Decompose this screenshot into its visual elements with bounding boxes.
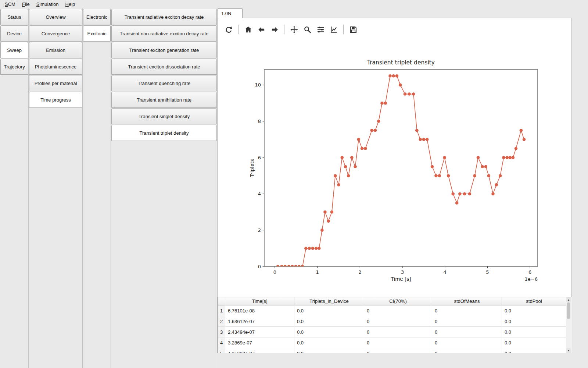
table-cell[interactable]: 6.76101e-08	[225, 305, 294, 316]
data-point	[508, 156, 512, 159]
data-point	[443, 156, 446, 159]
scroll-down-button[interactable]: ▼	[566, 348, 571, 353]
table-cell[interactable]: 1.63612e-07	[225, 316, 294, 327]
data-point	[344, 165, 347, 169]
nav-tab-photoluminescence[interactable]: Photoluminescence	[29, 59, 82, 75]
nav-tab-transient-triplet-density[interactable]: Transient triplet density	[111, 125, 217, 141]
table-cell[interactable]: 0	[364, 327, 432, 337]
subplots-button[interactable]	[315, 24, 326, 35]
table-cell[interactable]: 0.0	[294, 305, 364, 316]
data-point	[514, 147, 518, 150]
column-header[interactable]: Time[s]	[225, 297, 294, 305]
nav-tab-transient-radiative-exciton-decay-rate[interactable]: Transient radiative exciton decay rate	[111, 9, 217, 25]
nav-tab-time-progress[interactable]: Time progress	[29, 92, 82, 108]
table-cell[interactable]: 0.0	[294, 348, 364, 353]
nav-tab-convergence[interactable]: Convergence	[29, 25, 82, 42]
scrollbar-thumb[interactable]	[567, 302, 570, 319]
row-header[interactable]: 1	[218, 305, 225, 316]
nav-tab-overview[interactable]: Overview	[29, 9, 82, 25]
table-cell[interactable]: 0	[432, 327, 502, 337]
nav-tab-emission[interactable]: Emission	[29, 42, 82, 58]
plot-tab[interactable]: 1.0N	[218, 8, 243, 18]
data-point	[426, 138, 429, 141]
table-cell[interactable]: 4.15602e-07	[225, 348, 294, 353]
back-button[interactable]	[255, 24, 267, 35]
column-header[interactable]: stdOfMeans	[432, 297, 502, 305]
data-point	[419, 138, 422, 141]
y-axis-label: Triplets	[249, 159, 255, 177]
nav-tab-excitonic[interactable]: Excitonic	[83, 25, 111, 42]
table-cell[interactable]: 0	[364, 337, 432, 348]
data-point	[399, 84, 402, 87]
nav-tab-transient-annihilation-rate[interactable]: Transient annihilation rate	[111, 92, 217, 108]
nav-tab-transient-non-radiative-exciton-decay-rate[interactable]: Transient non-radiative exciton decay ra…	[111, 25, 217, 42]
data-point	[320, 229, 324, 232]
data-point	[458, 192, 462, 195]
column-header[interactable]: stdPool	[502, 297, 566, 305]
table-cell[interactable]: 3.2869e-07	[225, 337, 294, 348]
data-point	[291, 265, 294, 268]
table-cell[interactable]: 0	[432, 348, 502, 353]
table-cell[interactable]: 0.0	[502, 348, 566, 353]
data-point	[304, 247, 308, 250]
menu-simulation[interactable]: Simulation	[33, 1, 62, 8]
table-cell[interactable]: 0.0	[294, 327, 364, 337]
table-cell[interactable]: 0	[364, 305, 432, 316]
table-cell[interactable]: 0.0	[502, 305, 566, 316]
table-cell[interactable]: 0.0	[502, 327, 566, 337]
menu-scm[interactable]: SCM	[1, 1, 19, 8]
table-scrollbar[interactable]: ▲ ▼	[566, 297, 571, 353]
data-point	[422, 138, 426, 141]
data-point	[523, 138, 526, 141]
nav-col-1: StatusDeviceSweepTrajectory	[0, 8, 29, 368]
table-corner	[218, 297, 225, 305]
nav-tab-transient-singlet-density[interactable]: Transient singlet density	[111, 108, 217, 124]
home-button[interactable]	[242, 24, 254, 35]
table-cell[interactable]: 0	[364, 316, 432, 327]
customize-button[interactable]	[328, 24, 340, 35]
x-axis-label: Time [s]	[391, 276, 411, 282]
nav-tab-transient-exciton-generation-rate[interactable]: Transient exciton generation rate	[111, 42, 217, 58]
data-point	[350, 156, 354, 159]
zoom-button[interactable]	[301, 24, 313, 35]
row-header[interactable]: 4	[218, 337, 225, 348]
nav-tab-sweep[interactable]: Sweep	[0, 42, 28, 58]
table-cell[interactable]: 0	[364, 348, 432, 353]
menu-file[interactable]: File	[19, 1, 33, 8]
row-header[interactable]: 3	[218, 327, 225, 337]
menu-help[interactable]: Help	[62, 1, 79, 8]
pan-button[interactable]	[288, 24, 300, 35]
nav-tab-status[interactable]: Status	[0, 9, 28, 25]
nav-tab-transient-exciton-dissociation-rate[interactable]: Transient exciton dissociation rate	[111, 59, 217, 75]
data-point	[330, 210, 334, 214]
row-header[interactable]: 5	[218, 348, 225, 353]
data-point	[502, 156, 505, 159]
table-cell[interactable]: 0	[432, 316, 502, 327]
data-point	[311, 247, 315, 250]
refresh-button[interactable]	[223, 24, 234, 35]
nav-tab-device[interactable]: Device	[0, 25, 28, 42]
data-point	[520, 129, 523, 132]
toolbar-separator	[238, 25, 239, 34]
column-header[interactable]: Triplets_in_Device	[294, 297, 364, 305]
table-cell[interactable]: 2.43494e-07	[225, 327, 294, 337]
nav-col-4: Transient radiative exciton decay rateTr…	[111, 8, 217, 368]
data-point	[280, 265, 283, 268]
column-header[interactable]: CI(70%)	[364, 297, 432, 305]
nav-tab-trajectory[interactable]: Trajectory	[0, 59, 28, 75]
nav-tab-electronic[interactable]: Electronic	[83, 9, 111, 25]
table-cell[interactable]: 0.0	[294, 316, 364, 327]
data-point	[505, 156, 509, 159]
chart: 01234560246810Transient triplet densityT…	[218, 41, 572, 295]
nav-tab-profiles-per-material[interactable]: Profiles per material	[29, 75, 82, 91]
forward-button[interactable]	[269, 24, 280, 35]
table-cell[interactable]: 0.0	[502, 316, 566, 327]
save-button[interactable]	[347, 24, 359, 35]
table-cell[interactable]: 0	[432, 305, 502, 316]
table-cell[interactable]: 0.0	[294, 337, 364, 348]
row-header[interactable]: 2	[218, 316, 225, 327]
nav-tab-transient-quenching-rate[interactable]: Transient quenching rate	[111, 75, 217, 91]
table-cell[interactable]: 0	[432, 337, 502, 348]
table-cell[interactable]: 0.0	[502, 337, 566, 348]
scroll-up-button[interactable]: ▲	[566, 297, 571, 302]
